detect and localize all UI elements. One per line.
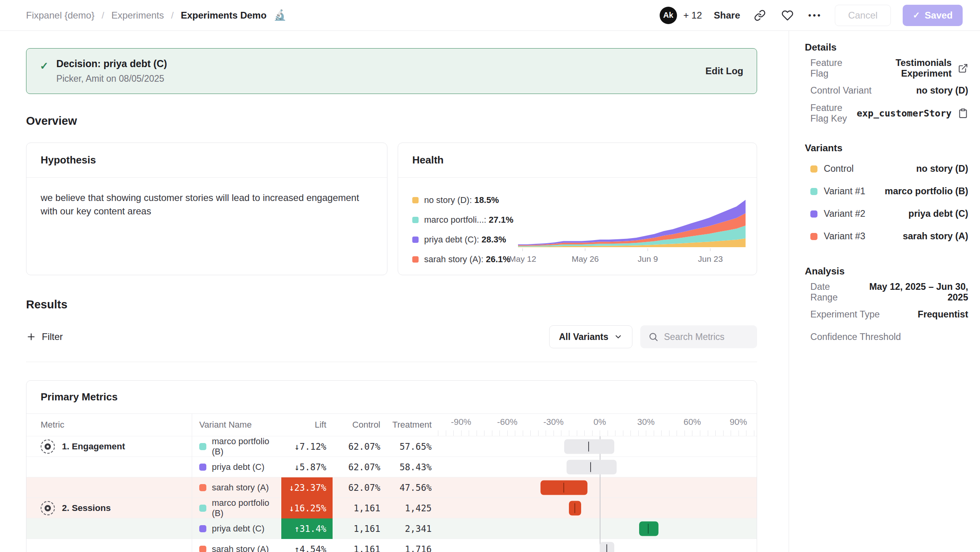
metrics-search[interactable] <box>640 325 757 348</box>
mean-lift-tick <box>588 442 589 452</box>
legend-item[interactable]: marco portfoli...: 27.1% <box>412 215 513 225</box>
table-header: Metric Variant Name Lift Control Treatme… <box>26 413 757 436</box>
variant-color-swatch <box>199 546 206 552</box>
variant-cell: priya debt (C) <box>192 518 281 539</box>
confidence-interval-bar <box>639 522 658 536</box>
clipboard-icon[interactable] <box>958 108 968 118</box>
col-metric: Metric <box>26 414 192 436</box>
variant-color-swatch <box>810 188 817 195</box>
control-value: 1,161 <box>333 518 385 539</box>
breadcrumb: Fixpanel {demo} / Experiments / Experime… <box>26 9 286 21</box>
variant-color-swatch <box>810 210 817 218</box>
treatment-value: 2,341 <box>385 518 436 539</box>
treatment-value: 47.56% <box>385 477 436 498</box>
lift-value: ↓7.12% <box>281 436 333 457</box>
lift-value: ↓23.37% <box>281 477 333 498</box>
table-row[interactable]: 2. Sessions marco portfolio (B) ↓16.25% … <box>26 498 757 518</box>
variant-row: Variant #3 sarah story (A) <box>805 225 968 248</box>
col-control: Control <box>333 414 385 436</box>
decision-banner: ✓ Decision: priya debt (C) Picker, Amit … <box>26 48 757 94</box>
variant-color-swatch <box>810 165 817 173</box>
hypothesis-title: Hypothesis <box>26 143 387 178</box>
search-input[interactable] <box>664 332 749 342</box>
details-heading: Details <box>805 42 968 53</box>
treatment-value: 57.65% <box>385 436 436 457</box>
confidence-interval-cell <box>436 457 757 477</box>
legend-label: sarah story (A): 26.1% <box>424 254 511 265</box>
primary-metrics-title: Primary Metrics <box>26 381 757 413</box>
lift-value: ↑31.4% <box>281 518 333 539</box>
variant-row: Control no story (D) <box>805 158 968 180</box>
microscope-emoji: 🔬 <box>274 9 286 21</box>
legend-item[interactable]: no story (D): 18.5% <box>412 195 513 205</box>
table-row[interactable]: sarah story (A) ↓23.37% 62.07% 47.56% <box>26 477 757 498</box>
control-value: 62.07% <box>333 436 385 457</box>
control-variant-row: Control Variant no story (D) <box>805 79 968 102</box>
edit-log-button[interactable]: Edit Log <box>705 66 743 77</box>
confidence-interval-cell <box>436 498 757 518</box>
control-value: 1,161 <box>333 539 385 552</box>
confidence-interval-cell <box>436 477 757 498</box>
confidence-interval-bar <box>567 460 617 475</box>
col-lift: Lift <box>281 414 333 436</box>
breadcrumb-separator: / <box>171 10 174 21</box>
metric-name[interactable]: 1. Engagement <box>41 439 125 454</box>
overview-heading: Overview <box>26 115 757 128</box>
share-button[interactable]: Share <box>714 10 740 21</box>
hypothesis-text[interactable]: we believe that showing customer stories… <box>26 178 374 231</box>
feature-flag-row: Feature Flag Testimonials Experiment <box>805 57 968 79</box>
variant-cell: marco portfolio (B) <box>192 436 281 457</box>
lift-value: ↑4.54% <box>281 539 333 552</box>
variant-color-swatch <box>199 505 206 512</box>
metric-goal-icon <box>41 501 55 515</box>
variant-color-swatch <box>199 443 206 450</box>
confidence-interval-bar <box>564 439 614 454</box>
more-menu-button[interactable]: ••• <box>807 8 823 23</box>
search-icon <box>648 332 658 342</box>
table-row[interactable]: sarah story (A) ↑4.54% 1,161 1,716 <box>26 539 757 552</box>
variant-color-swatch <box>412 256 419 263</box>
external-link-icon[interactable] <box>958 63 968 73</box>
table-row[interactable]: 1. Engagement marco portfolio (B) ↓7.12%… <box>26 436 757 456</box>
mean-lift-tick <box>590 462 591 472</box>
metric-name[interactable]: 2. Sessions <box>41 501 111 515</box>
plus-icon <box>26 332 36 342</box>
heart-icon <box>782 9 793 21</box>
divider <box>26 362 757 362</box>
results-heading: Results <box>26 298 757 311</box>
legend-item[interactable]: priya debt (C): 28.3% <box>412 235 513 245</box>
legend-label: no story (D): 18.5% <box>424 195 499 205</box>
favorite-button[interactable] <box>780 8 795 23</box>
col-treatment: Treatment <box>385 414 436 436</box>
variant-color-swatch <box>199 464 206 471</box>
confidence-threshold-row: Confidence Threshold <box>805 326 968 348</box>
analysis-heading: Analysis <box>805 266 968 277</box>
variant-cell: priya debt (C) <box>192 457 281 477</box>
primary-metrics-card: Primary Metrics Metric Variant Name Lift… <box>26 380 757 552</box>
legend-item[interactable]: sarah story (A): 26.1% <box>412 254 513 265</box>
col-variant: Variant Name <box>192 414 281 436</box>
saved-button[interactable]: ✓ Saved <box>903 5 963 26</box>
top-bar: Fixpanel {demo} / Experiments / Experime… <box>0 0 980 31</box>
breadcrumb-experiments[interactable]: Experiments <box>111 10 164 21</box>
experiment-type-row: Experiment Type Frequentist <box>805 303 968 326</box>
mean-lift-tick <box>574 503 575 513</box>
add-filter-button[interactable]: Filter <box>26 331 63 342</box>
health-title: Health <box>398 143 757 178</box>
variants-dropdown[interactable]: All Variants <box>549 325 632 348</box>
confidence-interval-cell <box>436 539 757 552</box>
mean-lift-tick <box>563 483 564 493</box>
chevron-down-icon <box>614 332 623 341</box>
variant-cell: marco portfolio (B) <box>192 498 281 518</box>
variant-cell: sarah story (A) <box>192 477 281 498</box>
table-row[interactable]: priya debt (C) ↓5.87% 62.07% 58.43% <box>26 456 757 477</box>
breadcrumb-project[interactable]: Fixpanel {demo} <box>26 10 94 21</box>
copy-link-button[interactable] <box>752 8 768 23</box>
link-icon <box>754 9 766 21</box>
collaborator-count[interactable]: + 12 <box>683 10 702 21</box>
health-legend: no story (D): 18.5% marco portfoli...: 2… <box>412 192 513 265</box>
avatar[interactable]: Ak <box>660 7 677 24</box>
legend-label: marco portfoli...: 27.1% <box>424 215 513 225</box>
table-row[interactable]: priya debt (C) ↑31.4% 1,161 2,341 <box>26 518 757 539</box>
cancel-button[interactable]: Cancel <box>835 5 891 26</box>
